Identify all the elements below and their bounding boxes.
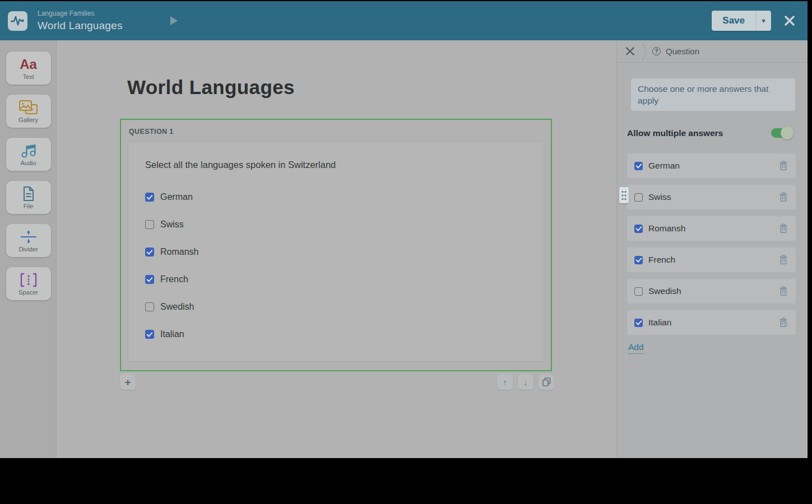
breadcrumb-separator	[642, 41, 647, 62]
preview-play-icon[interactable]	[170, 16, 178, 25]
checkbox[interactable]	[145, 275, 154, 284]
text-icon: Aa	[20, 57, 37, 72]
answer-label[interactable]: Italian	[648, 318, 779, 328]
screen: Language Families World Languages Save ▾…	[0, 0, 812, 504]
trash-icon	[779, 318, 788, 328]
trash-icon	[779, 286, 788, 296]
option-row[interactable]: Swiss	[145, 218, 527, 230]
answers-list: German Swiss	[627, 153, 796, 335]
multiple-answers-toggle[interactable]	[771, 128, 792, 138]
answer-row[interactable]: Italian	[627, 310, 796, 335]
toggle-label: Allow multiple answers	[627, 128, 723, 138]
gallery-icon	[18, 100, 39, 115]
tool-label: Audio	[20, 160, 36, 166]
answer-label[interactable]: Romansh	[648, 223, 779, 234]
checkbox[interactable]	[145, 248, 154, 256]
checkbox[interactable]	[634, 193, 643, 202]
settings-panel: ? Question Choose one or more answers th…	[616, 40, 808, 458]
page-title[interactable]: World Languages	[127, 76, 616, 99]
checkbox[interactable]	[634, 319, 643, 327]
answer-row[interactable]: German	[627, 153, 796, 178]
tool-text[interactable]: Aa Text	[6, 52, 51, 85]
checkbox[interactable]	[145, 330, 154, 339]
question-helper-field[interactable]: Choose one or more answers that apply	[631, 78, 795, 111]
close-icon	[782, 13, 797, 28]
file-icon	[22, 186, 35, 202]
toggle-knob	[781, 127, 794, 139]
question-text[interactable]: Select all the languages spoken in Switz…	[145, 160, 527, 170]
option-row[interactable]: Swedish	[145, 301, 527, 312]
spacer-icon	[19, 272, 38, 288]
delete-answer-button[interactable]	[779, 286, 788, 296]
answer-row[interactable]: French	[627, 248, 796, 272]
delete-answer-button[interactable]	[779, 223, 788, 234]
add-block-button[interactable]: +	[120, 374, 136, 390]
tool-divider[interactable]: Divider	[6, 224, 51, 257]
answer-label[interactable]: Swiss	[648, 192, 779, 202]
arrow-down-icon: ↓	[523, 378, 528, 386]
checkbox[interactable]	[145, 220, 154, 229]
checkbox[interactable]	[634, 287, 643, 296]
trash-icon	[779, 192, 788, 202]
answer-row[interactable]: Swedish	[627, 279, 796, 304]
top-bar: Language Families World Languages Save ▾	[0, 1, 808, 40]
checkbox[interactable]	[634, 162, 643, 170]
close-button[interactable]	[782, 13, 797, 28]
delete-answer-button[interactable]	[779, 255, 788, 265]
answer-label[interactable]: French	[648, 255, 779, 265]
option-label: Italian	[160, 329, 184, 339]
option-row[interactable]: German	[145, 191, 527, 203]
question-number-label: QUESTION 1	[129, 128, 544, 136]
caret-down-icon: ▾	[762, 17, 765, 25]
delete-answer-button[interactable]	[779, 318, 788, 328]
answer-row[interactable]: Swiss	[627, 185, 796, 209]
multiple-answers-row: Allow multiple answers	[627, 127, 796, 139]
option-row[interactable]: Italian	[145, 328, 527, 340]
move-down-button[interactable]: ↓	[518, 374, 533, 390]
course-name: Language Families	[38, 10, 123, 17]
move-up-button[interactable]: ↑	[497, 374, 513, 390]
question-block-selected[interactable]: QUESTION 1 Select all the languages spok…	[120, 119, 552, 371]
option-label: Swiss	[160, 220, 184, 230]
delete-answer-button[interactable]	[779, 192, 788, 202]
pulse-icon	[11, 14, 25, 28]
save-menu-button[interactable]: ▾	[755, 11, 771, 31]
save-button[interactable]: Save	[712, 11, 755, 31]
plus-icon: +	[124, 377, 131, 388]
tool-file[interactable]: File	[6, 181, 51, 214]
option-label: French	[160, 274, 188, 284]
option-label: German	[160, 192, 193, 202]
answer-label[interactable]: German	[648, 161, 779, 171]
answer-row[interactable]: Romansh	[627, 216, 796, 241]
checkbox[interactable]	[145, 193, 154, 202]
panel-title: Question	[666, 46, 699, 56]
drag-handle[interactable]	[619, 187, 629, 203]
tool-label: File	[24, 203, 34, 209]
question-type-icon: ?	[652, 47, 661, 55]
checkbox[interactable]	[634, 256, 643, 264]
option-label: Romansh	[160, 247, 198, 257]
tool-label: Text	[22, 73, 34, 80]
question-card: Select all the languages spoken in Switz…	[128, 141, 544, 362]
arrow-up-icon: ↑	[503, 378, 507, 386]
option-row[interactable]: Romansh	[145, 246, 527, 258]
checkbox[interactable]	[634, 225, 643, 233]
duplicate-block-button[interactable]	[539, 374, 554, 390]
trash-icon	[779, 223, 788, 234]
trash-icon	[779, 161, 788, 171]
checkbox[interactable]	[145, 302, 154, 311]
block-toolbar: Aa Text Gallery	[0, 40, 57, 458]
audio-icon	[20, 143, 37, 158]
panel-breadcrumb: ? Question	[617, 40, 808, 63]
block-actions-bar: + ↑ ↓	[120, 374, 554, 390]
workspace: Aa Text Gallery	[0, 40, 808, 458]
add-answer-link[interactable]: Add	[628, 342, 644, 354]
tool-audio[interactable]: Audio	[6, 138, 51, 171]
option-row[interactable]: French	[145, 273, 527, 285]
delete-answer-button[interactable]	[779, 161, 788, 171]
tool-spacer[interactable]: Spacer	[6, 267, 51, 300]
design-tools-icon[interactable]	[624, 45, 636, 57]
answer-label[interactable]: Swedish	[648, 286, 779, 296]
tool-gallery[interactable]: Gallery	[6, 95, 51, 128]
app-logo	[8, 11, 27, 31]
